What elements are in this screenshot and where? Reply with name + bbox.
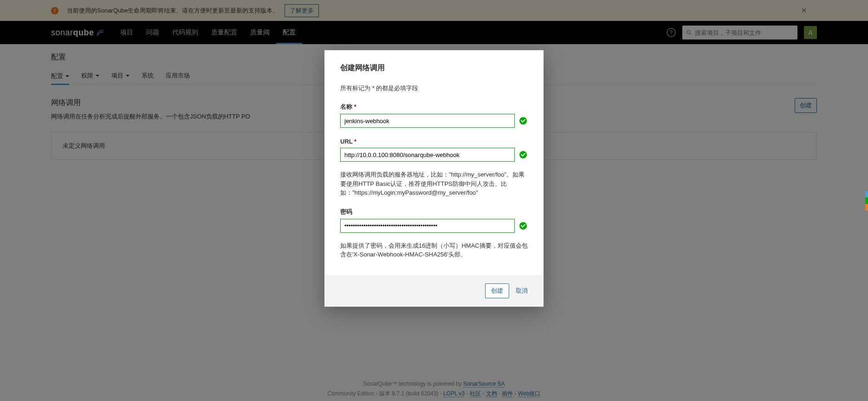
modal-submit-button[interactable]: 创建 [485,283,509,298]
webhook-name-input[interactable] [340,114,515,128]
create-webhook-modal: 创建网络调用 所有标记为 * 的都是必填字段 名称 * URL * 接收网络调用… [324,50,544,307]
asterisk-icon: * [354,138,356,145]
password-help-text: 如果提供了密码，会用来生成16进制（小写）HMAC摘要，对应值会包含在'X-So… [340,241,528,259]
modal-footer: 创建 取消 [324,275,544,307]
name-label: 名称 * [340,103,528,111]
modal-cancel-link[interactable]: 取消 [516,287,528,295]
valid-check-icon [519,117,527,125]
url-label: URL * [340,138,528,145]
webhook-password-input[interactable] [340,219,515,233]
required-note: 所有标记为 * 的都是必填字段 [340,84,528,92]
asterisk-icon: * [354,103,356,110]
password-label: 密码 [340,208,528,216]
modal-title: 创建网络调用 [340,63,528,73]
webhook-url-input[interactable] [340,148,515,162]
valid-check-icon [519,222,527,230]
right-edge-indicator [865,191,868,210]
asterisk-icon: * [372,85,375,92]
url-help-text: 接收网络调用负载的服务器地址，比如："http://my_server/foo"… [340,170,528,197]
valid-check-icon [519,151,527,158]
